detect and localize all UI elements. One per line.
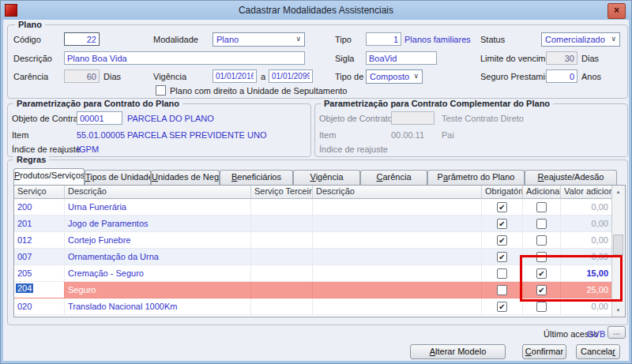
cell-servico[interactable]: 204 <box>14 282 65 298</box>
column-header-4[interactable]: Descrição <box>313 186 482 199</box>
objeto-contrato-input[interactable] <box>77 111 122 125</box>
cell-adicional[interactable] <box>523 232 561 249</box>
column-header-7[interactable]: Valor adicional <box>561 186 614 199</box>
cell-descricao-terceiro[interactable] <box>313 282 482 298</box>
tab-unidades-de-neg-cio[interactable]: Unidades de Negócio <box>151 170 220 185</box>
tipo-input[interactable] <box>366 32 401 46</box>
checkbox-checked[interactable]: ✔ <box>497 252 507 262</box>
cell-valor-adicional[interactable]: 0,00 <box>561 232 614 249</box>
more-button[interactable]: ... <box>608 326 626 339</box>
table-row[interactable]: 205Cremação - Seguro✔15,00 <box>14 265 625 282</box>
cell-servico-terceiro[interactable] <box>251 249 313 265</box>
cell-descricao-terceiro[interactable] <box>313 265 482 282</box>
cell-servico[interactable]: 020 <box>14 298 65 315</box>
status-select[interactable]: Comercializado ∨ <box>541 32 620 47</box>
tab-benefici-rios[interactable]: Beneficiários <box>220 170 293 185</box>
cell-servico[interactable]: 201 <box>14 216 65 232</box>
objeto-complementar-input[interactable] <box>391 111 434 125</box>
cell-valor-adicional[interactable]: 15,00 <box>561 265 614 282</box>
close-button[interactable]: × <box>608 3 626 19</box>
limite-vencimento-input[interactable] <box>546 51 577 65</box>
cell-obrigatorio[interactable]: ✔ <box>482 199 523 216</box>
checkbox-checked[interactable]: ✔ <box>497 302 507 312</box>
checkbox-unchecked[interactable] <box>536 252 547 262</box>
seguro-prestamista-input[interactable] <box>546 69 577 83</box>
table-row[interactable]: 020Translado Nacional 1000Km✔0,00 <box>14 298 625 315</box>
column-header-2[interactable]: Descrição <box>65 186 251 199</box>
tipo-juros-select[interactable]: Composto ∨ <box>366 69 423 84</box>
checkbox-unchecked[interactable] <box>536 302 547 312</box>
table-row[interactable]: 204Seguro✔25,00 <box>14 282 625 298</box>
column-header-3[interactable]: Serviço Terceiro <box>251 186 313 199</box>
checkbox-checked[interactable]: ✔ <box>536 268 547 279</box>
cell-descricao[interactable]: Ornamentação da Urna <box>65 249 251 265</box>
cell-servico-terceiro[interactable] <box>251 232 313 249</box>
cell-obrigatorio[interactable]: ✔ <box>482 232 523 249</box>
cell-descricao-terceiro[interactable] <box>313 249 482 265</box>
cell-servico-terceiro[interactable] <box>251 298 313 315</box>
cell-descricao-terceiro[interactable] <box>313 199 482 216</box>
cell-descricao-terceiro[interactable] <box>313 232 482 249</box>
cell-obrigatorio[interactable] <box>482 265 523 282</box>
checkbox-checked[interactable]: ✔ <box>497 219 507 229</box>
checkbox-checked[interactable]: ✔ <box>497 202 507 212</box>
cell-valor-adicional[interactable]: 0,00 <box>561 216 614 232</box>
cell-servico-terceiro[interactable] <box>251 216 313 232</box>
cell-descricao[interactable]: Cremação - Seguro <box>65 265 251 282</box>
tab-par-metro-do-plano[interactable]: Parâmetro do Plano <box>427 170 525 185</box>
checkbox-checked[interactable]: ✔ <box>497 235 507 246</box>
cell-obrigatorio[interactable]: ✔ <box>482 249 523 265</box>
cell-descricao[interactable]: Urna Funerária <box>65 199 251 216</box>
table-row[interactable]: 200Urna Funerária✔0,00 <box>14 199 625 216</box>
vertical-scrollbar[interactable]: ▲ ▼ <box>611 186 625 317</box>
vigencia-from-input[interactable] <box>213 69 257 83</box>
cell-descricao-terceiro[interactable] <box>313 298 482 315</box>
tab-tipos-de-unidades[interactable]: Tipos de Unidades <box>85 170 151 185</box>
cell-adicional[interactable] <box>523 249 561 265</box>
cancelar-button[interactable]: Cancelar <box>576 344 620 359</box>
sepultamento-checkbox[interactable] <box>156 85 166 96</box>
cell-obrigatorio[interactable] <box>482 282 523 298</box>
scroll-down-icon[interactable]: ▼ <box>612 304 624 317</box>
column-header-1[interactable]: Serviço <box>14 186 65 199</box>
cell-servico[interactable]: 205 <box>14 265 65 282</box>
cell-descricao-terceiro[interactable] <box>313 216 482 232</box>
table-row[interactable]: 012Cortejo Funebre✔0,00 <box>14 232 625 249</box>
cell-valor-adicional[interactable]: 0,00 <box>561 199 614 216</box>
cell-obrigatorio[interactable]: ✔ <box>482 216 523 232</box>
alterar-modelo-button[interactable]: Alterar Modelo <box>410 344 506 359</box>
checkbox-unchecked[interactable] <box>497 268 507 279</box>
cell-adicional[interactable]: ✔ <box>523 265 561 282</box>
codigo-input[interactable] <box>64 32 100 46</box>
modalidade-select[interactable]: Plano ∨ <box>213 32 305 47</box>
cell-servico-terceiro[interactable] <box>251 265 313 282</box>
cell-servico-terceiro[interactable] <box>251 282 313 298</box>
vigencia-to-input[interactable] <box>269 69 313 83</box>
cell-valor-adicional[interactable]: 0,00 <box>561 249 614 265</box>
column-header-6[interactable]: Adicional <box>523 186 561 199</box>
checkbox-checked[interactable]: ✔ <box>536 285 547 295</box>
checkbox-unchecked[interactable] <box>536 202 547 212</box>
cell-descricao[interactable]: Translado Nacional 1000Km <box>65 298 251 315</box>
tab-vig-ncia[interactable]: Vigência <box>293 170 360 185</box>
cell-valor-adicional[interactable]: 25,00 <box>561 282 614 298</box>
cell-adicional[interactable]: ✔ <box>523 282 561 298</box>
cell-descricao[interactable]: Cortejo Funebre <box>65 232 251 249</box>
checkbox-unchecked[interactable] <box>536 235 547 246</box>
cell-obrigatorio[interactable]: ✔ <box>482 298 523 315</box>
sigla-input[interactable] <box>366 51 437 65</box>
cell-servico[interactable]: 200 <box>14 199 65 216</box>
cell-descricao[interactable]: Jogo de Paramentos <box>65 216 251 232</box>
column-header-5[interactable]: Obrigatório <box>482 186 523 199</box>
cell-servico[interactable]: 012 <box>14 232 65 249</box>
table-row[interactable]: 201Jogo de Paramentos✔0,00 <box>14 216 625 232</box>
tab-produtos-servi-os[interactable]: Produtos/Serviços <box>13 168 85 185</box>
cell-valor-adicional[interactable]: 0,00 <box>561 298 614 315</box>
cell-adicional[interactable] <box>523 199 561 216</box>
checkbox-unchecked[interactable] <box>536 219 547 229</box>
tab-reajuste-ades-o[interactable]: Reajuste/Adesão <box>525 170 617 185</box>
confirmar-button[interactable]: Confirmar <box>522 344 566 359</box>
descricao-input[interactable] <box>64 51 305 65</box>
scroll-up-icon[interactable]: ▲ <box>612 186 624 198</box>
carencia-input[interactable] <box>64 69 100 83</box>
